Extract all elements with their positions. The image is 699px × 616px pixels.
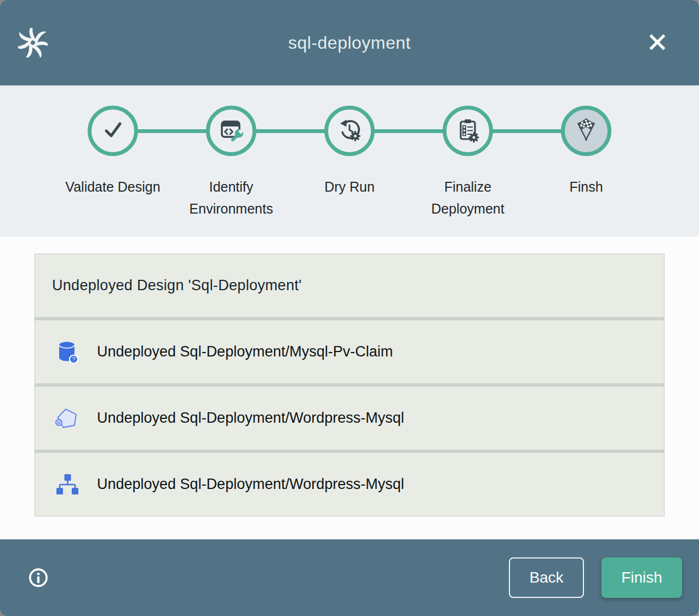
results-header-row: Undeployed Design 'Sql-Deployment' bbox=[35, 254, 664, 317]
step-label: Finsh bbox=[569, 176, 603, 198]
deployment-dialog: sql-deployment Validate Design bbox=[0, 0, 699, 616]
step-dry-run: Dry Run bbox=[290, 106, 409, 220]
result-row-text: Undeployed Sql-Deployment/Wordpress-Mysq… bbox=[97, 410, 404, 427]
database-icon: ? bbox=[54, 339, 81, 365]
info-button[interactable] bbox=[26, 566, 50, 590]
svg-text:?: ? bbox=[72, 356, 76, 362]
step-identify-environments: Identify Environments bbox=[172, 106, 290, 220]
step-validate-design: Validate Design bbox=[54, 106, 172, 220]
dialog-footer: Back Finish bbox=[0, 539, 699, 616]
step-circle bbox=[324, 106, 375, 156]
check-icon bbox=[100, 117, 126, 145]
result-row-mysql-pv-claim: ? Undeployed Sql-Deployment/Mysql-Pv-Cla… bbox=[35, 320, 664, 383]
step-label: Identify Environments bbox=[176, 176, 286, 220]
step-circle bbox=[206, 106, 256, 156]
step-label: Dry Run bbox=[324, 176, 375, 198]
step-finalize-deployment: Finalize Deployment bbox=[409, 106, 527, 220]
dry-run-sync-gear-icon bbox=[336, 117, 363, 145]
close-button[interactable] bbox=[644, 30, 671, 56]
meshery-logo-icon bbox=[18, 28, 48, 57]
results-panel: Undeployed Design 'Sql-Deployment' ? Und… bbox=[35, 254, 664, 516]
back-button[interactable]: Back bbox=[509, 557, 584, 598]
footer-actions: Back Finish bbox=[509, 557, 682, 598]
step-circle bbox=[88, 106, 138, 156]
results-area: Undeployed Design 'Sql-Deployment' ? Und… bbox=[0, 237, 699, 539]
step-circle bbox=[561, 106, 611, 156]
results-header-text: Undeployed Design 'Sql-Deployment' bbox=[35, 277, 302, 294]
step-label: Finalize Deployment bbox=[413, 176, 523, 220]
hierarchy-icon bbox=[54, 471, 81, 498]
step-label: Validate Design bbox=[65, 176, 160, 198]
checkered-flags-icon bbox=[573, 117, 599, 145]
stepper-track: Validate Design bbox=[54, 85, 645, 220]
close-icon bbox=[646, 31, 669, 55]
result-row-text: Undeployed Sql-Deployment/Wordpress-Mysq… bbox=[97, 476, 404, 493]
pentagon-shape-icon bbox=[54, 405, 81, 431]
result-row-wordpress-mysql-1: Undeployed Sql-Deployment/Wordpress-Mysq… bbox=[35, 387, 664, 450]
step-finish: Finsh bbox=[527, 106, 645, 220]
info-icon bbox=[26, 583, 50, 591]
step-circle bbox=[443, 106, 493, 156]
dialog-titlebar: sql-deployment bbox=[0, 0, 699, 85]
deployment-stepper: Validate Design bbox=[0, 85, 699, 237]
result-row-wordpress-mysql-2: Undeployed Sql-Deployment/Wordpress-Mysq… bbox=[35, 453, 664, 516]
clipboard-gear-icon bbox=[455, 117, 481, 145]
code-window-wrench-icon bbox=[218, 117, 244, 145]
finish-button[interactable]: Finish bbox=[601, 557, 682, 598]
dialog-title: sql-deployment bbox=[288, 33, 411, 53]
result-row-text: Undeployed Sql-Deployment/Mysql-Pv-Claim bbox=[97, 343, 393, 360]
